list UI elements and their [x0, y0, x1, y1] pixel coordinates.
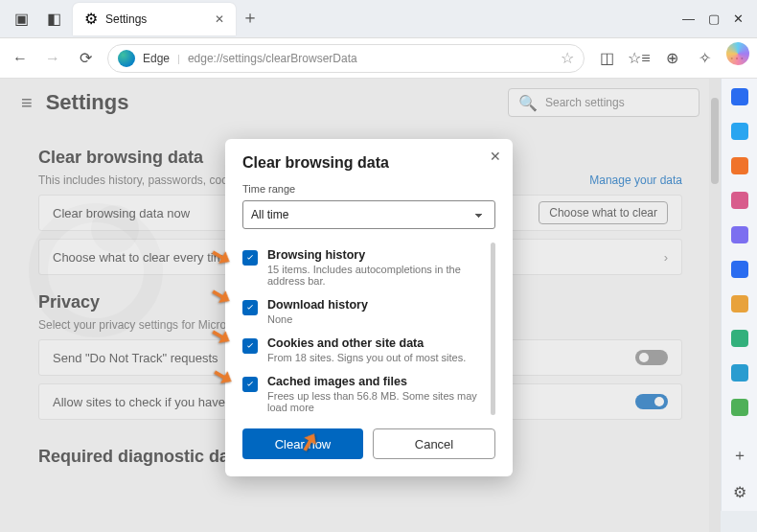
rail-app-1[interactable] [731, 88, 748, 105]
option-sub: 15 items. Includes autocompletions in th… [267, 264, 486, 287]
rail-app-6[interactable] [731, 261, 748, 278]
option-sub: None [267, 313, 368, 325]
rail-settings-icon[interactable]: ⚙ [733, 483, 746, 501]
gear-icon: ⚙ [84, 10, 98, 28]
clear-option-3[interactable]: Cached images and filesFrees up less tha… [242, 369, 486, 415]
app-rail: ＋ ⚙ [721, 79, 757, 511]
tab-title: Settings [105, 12, 207, 26]
forward-button: → [42, 50, 63, 67]
close-tab-icon[interactable]: ✕ [215, 12, 224, 26]
checkbox-icon[interactable] [242, 300, 258, 315]
extensions-icon[interactable]: ✧ [694, 49, 715, 67]
time-range-select[interactable]: All time [242, 200, 495, 229]
rail-app-4[interactable] [731, 192, 748, 209]
option-title: Download history [267, 298, 368, 312]
favorite-icon[interactable]: ☆ [561, 49, 574, 67]
close-window-button[interactable]: ✕ [733, 12, 744, 26]
rail-add-icon[interactable]: ＋ [732, 446, 747, 466]
rail-app-2[interactable] [731, 123, 748, 140]
browser-tab[interactable]: ⚙ Settings ✕ [73, 3, 236, 35]
refresh-button[interactable]: ⟳ [75, 49, 96, 67]
clear-option-1[interactable]: Download historyNone [242, 292, 486, 331]
option-sub: From 18 sites. Signs you out of most sit… [267, 352, 466, 363]
option-title: Cookies and other site data [267, 336, 466, 350]
rail-app-3[interactable] [731, 157, 748, 174]
edge-logo-icon [118, 50, 135, 67]
time-range-label: Time range [242, 183, 495, 195]
option-sub: Frees up less than 56.8 MB. Some sites m… [267, 390, 486, 413]
favorites-icon[interactable]: ☆≡ [629, 49, 650, 67]
clear-option-0[interactable]: Browsing history15 items. Includes autoc… [242, 243, 486, 292]
back-button[interactable]: ← [10, 50, 31, 67]
checkbox-icon[interactable] [242, 250, 258, 266]
rail-app-9[interactable] [731, 364, 748, 382]
checkbox-icon[interactable] [242, 338, 258, 354]
rail-app-8[interactable] [731, 330, 748, 347]
checkbox-icon[interactable] [242, 377, 258, 392]
option-title: Cached images and files [267, 375, 486, 388]
copilot-icon[interactable] [726, 42, 749, 65]
clear-data-dialog: ✕ Clear browsing data Time range All tim… [225, 139, 513, 476]
new-tab-button[interactable]: ＋ [241, 6, 268, 33]
address-vendor: Edge [143, 52, 170, 65]
rail-app-7[interactable] [731, 295, 748, 312]
address-bar[interactable]: Edge | edge://settings/clearBrowserData … [107, 44, 585, 73]
dialog-title: Clear browsing data [242, 154, 495, 172]
clear-option-2[interactable]: Cookies and other site dataFrom 18 sites… [242, 331, 486, 369]
rail-app-10[interactable] [731, 399, 748, 416]
dialog-close-button[interactable]: ✕ [490, 149, 501, 164]
collections-icon[interactable]: ⊕ [661, 49, 682, 67]
option-title: Browsing history [267, 248, 486, 262]
minimize-button[interactable]: — [682, 12, 695, 26]
workspaces-icon[interactable]: ◧ [40, 6, 67, 33]
address-url: edge://settings/clearBrowserData [188, 52, 357, 65]
split-screen-icon[interactable]: ◫ [596, 49, 617, 67]
tab-overview-icon[interactable]: ▣ [8, 6, 34, 33]
rail-app-5[interactable] [731, 226, 748, 243]
cancel-button[interactable]: Cancel [373, 428, 495, 459]
maximize-button[interactable]: ▢ [708, 12, 720, 26]
